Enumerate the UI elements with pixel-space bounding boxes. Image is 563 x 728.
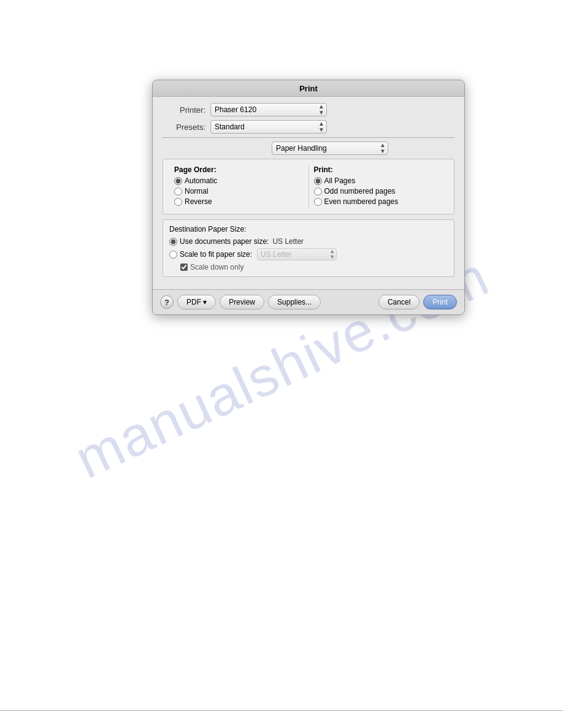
page-order-print-panel: Page Order: Automatic Normal Reverse <box>163 159 454 214</box>
page-order-reverse-radio[interactable] <box>174 198 182 206</box>
page-order-normal-radio[interactable] <box>174 188 182 195</box>
bottom-rule <box>0 710 563 711</box>
dialog-title: Print <box>299 84 318 93</box>
print-odd-pages-row: Odd numbered pages <box>314 187 443 195</box>
presets-label: Presets: <box>163 123 205 132</box>
page-order-reverse-row: Reverse <box>174 197 304 206</box>
scale-down-label: Scale down only <box>190 263 243 271</box>
print-button[interactable]: Print <box>423 295 457 309</box>
page-order-automatic-row: Automatic <box>174 176 304 185</box>
page-order-normal-label: Normal <box>185 187 209 195</box>
print-all-pages-radio[interactable] <box>314 177 322 185</box>
dialog-titlebar: Print <box>153 80 464 97</box>
use-doc-size-label: Use documents paper size: <box>180 237 269 246</box>
panel-select[interactable]: Paper Handling <box>272 142 388 155</box>
page-order-label: Page Order: <box>174 165 304 174</box>
page-order-automatic-radio[interactable] <box>174 177 182 185</box>
print-even-pages-label: Even numbered pages <box>324 197 399 206</box>
scale-to-fit-row: Scale to fit paper size: US Letter ▲▼ <box>169 248 448 260</box>
print-odd-pages-radio[interactable] <box>314 188 322 195</box>
use-doc-size-row: Use documents paper size: US Letter <box>169 237 448 246</box>
supplies-button[interactable]: Supplies... <box>268 295 321 309</box>
printer-select-wrapper: Phaser 6120 ▲▼ <box>210 103 327 116</box>
printer-select[interactable]: Phaser 6120 <box>210 103 327 116</box>
print-all-pages-row: All Pages <box>314 176 443 185</box>
print-dialog: Print Printer: Phaser 6120 ▲▼ Presets: S… <box>152 80 465 315</box>
panel-row: Paper Handling ▲▼ <box>205 142 454 155</box>
scale-to-fit-label: Scale to fit paper size: <box>180 250 252 259</box>
dialog-footer: ? PDF ▾ Preview Supplies... Cancel Print <box>153 289 464 314</box>
panel-columns: Page Order: Automatic Normal Reverse <box>169 164 448 209</box>
presets-row: Presets: Standard ▲▼ <box>163 120 454 134</box>
print-odd-pages-label: Odd numbered pages <box>324 187 396 195</box>
scale-to-fit-radio[interactable] <box>169 251 177 259</box>
print-even-pages-radio[interactable] <box>314 198 322 206</box>
help-button[interactable]: ? <box>160 295 174 309</box>
presets-select[interactable]: Standard <box>210 120 327 134</box>
cancel-button[interactable]: Cancel <box>378 295 419 309</box>
print-label-static: Print: <box>314 165 333 174</box>
scale-down-checkbox[interactable] <box>180 264 188 271</box>
divider-1 <box>163 137 454 138</box>
print-all-pages-label: All Pages <box>324 176 356 185</box>
page-order-normal-row: Normal <box>174 187 304 195</box>
preview-button[interactable]: Preview <box>220 295 264 309</box>
print-options-column: Print: All Pages Odd numbered pages Even… <box>309 164 448 209</box>
print-options-label: Print: <box>314 165 443 174</box>
scale-select-wrapper: US Letter ▲▼ <box>257 248 337 260</box>
printer-row: Printer: Phaser 6120 ▲▼ <box>163 103 454 116</box>
pdf-button[interactable]: PDF ▾ <box>177 295 216 309</box>
page-order-column: Page Order: Automatic Normal Reverse <box>169 164 309 209</box>
panel-select-wrapper: Paper Handling ▲▼ <box>272 142 388 155</box>
destination-paper-section: Destination Paper Size: Use documents pa… <box>163 219 454 277</box>
print-even-pages-row: Even numbered pages <box>314 197 443 206</box>
dialog-body: Printer: Phaser 6120 ▲▼ Presets: Standar… <box>153 97 464 289</box>
printer-label: Printer: <box>163 105 205 115</box>
scale-down-row: Scale down only <box>180 263 448 271</box>
use-doc-size-value: US Letter <box>272 237 304 246</box>
destination-section-title: Destination Paper Size: <box>169 225 448 233</box>
use-doc-size-radio[interactable] <box>169 238 177 246</box>
page-order-reverse-label: Reverse <box>185 197 212 206</box>
scale-paper-select[interactable]: US Letter <box>257 248 337 260</box>
page-order-automatic-label: Automatic <box>185 176 217 185</box>
presets-select-wrapper: Standard ▲▼ <box>210 120 327 134</box>
